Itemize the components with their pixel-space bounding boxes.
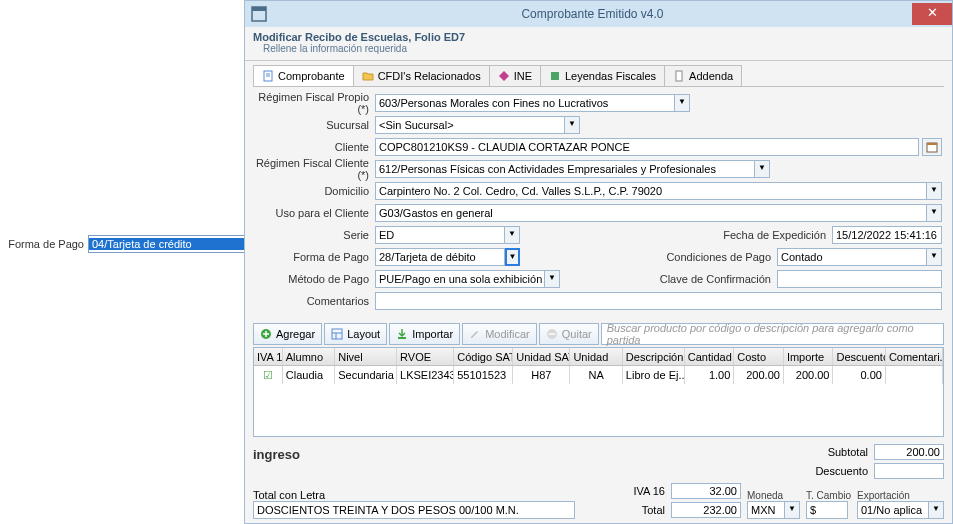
total-letra-field: DOSCIENTOS TREINTA Y DOS PESOS 00/100 M.…	[253, 501, 575, 519]
sucursal-field[interactable]: <Sin Sucursal>	[375, 116, 565, 134]
chevron-down-icon[interactable]: ▼	[505, 248, 520, 266]
domicilio-field[interactable]: Carpintero No. 2 Col. Cedro, Cd. Valles …	[375, 182, 927, 200]
chevron-down-icon[interactable]: ▼	[785, 501, 800, 519]
total-letra-label: Total con Letra	[253, 489, 575, 501]
svg-rect-10	[332, 329, 342, 339]
header-main: Modificar Recibo de Escuelas, Folio ED7	[253, 31, 944, 43]
tcambio-field[interactable]: $	[806, 501, 848, 519]
total-value: 232.00	[671, 502, 741, 518]
col-descuento[interactable]: Descuento	[833, 348, 885, 365]
tab-ine[interactable]: INE	[489, 65, 541, 86]
calendar-icon-button[interactable]	[922, 138, 942, 156]
grid-header: IVA 16 Alumno Nivel RVOE Código SAT Unid…	[254, 348, 943, 366]
export-field[interactable]: 01/No aplica	[857, 501, 929, 519]
floating-forma-pago-value: 04/Tarjeta de crédito	[89, 238, 244, 250]
descuento-label: Descuento	[784, 465, 874, 477]
tab-leyendas[interactable]: Leyendas Fiscales	[540, 65, 665, 86]
clave-conf-field[interactable]	[777, 270, 942, 288]
diamond-icon	[498, 70, 510, 82]
chevron-down-icon[interactable]: ▼	[927, 204, 942, 222]
folder-icon	[362, 70, 374, 82]
col-comentarios[interactable]: Comentari...	[886, 348, 943, 365]
col-cantidad[interactable]: Cantidad	[685, 348, 735, 365]
plus-icon	[260, 328, 272, 340]
chevron-down-icon[interactable]: ▼	[505, 226, 520, 244]
chevron-down-icon[interactable]: ▼	[927, 182, 942, 200]
ingreso-label: ingreso	[253, 443, 784, 466]
col-unidad[interactable]: Unidad	[570, 348, 622, 365]
moneda-label: Moneda	[747, 490, 800, 501]
fecha-label: Fecha de Expedición	[712, 229, 832, 241]
table-row[interactable]: ☑ Claudia Secundaria LKSEI2343 55101523 …	[254, 366, 943, 384]
col-costo[interactable]: Costo	[734, 348, 784, 365]
col-iva[interactable]: IVA 16	[254, 348, 283, 365]
coment-label: Comentarios	[255, 295, 375, 307]
book-icon	[549, 70, 561, 82]
regimen-propio-field[interactable]: 603/Personas Morales con Fines no Lucrat…	[375, 94, 675, 112]
fecha-field[interactable]: 15/12/2022 15:41:16	[832, 226, 942, 244]
document-icon	[262, 70, 274, 82]
metodo-field[interactable]: PUE/Pago en una sola exhibición	[375, 270, 545, 288]
coment-field[interactable]	[375, 292, 942, 310]
tab-addenda[interactable]: Addenda	[664, 65, 742, 86]
svg-rect-6	[676, 71, 682, 81]
product-search-input[interactable]: Buscar producto por código o descripción…	[601, 323, 944, 345]
row-checkbox[interactable]: ☑	[254, 366, 283, 384]
chevron-down-icon[interactable]: ▼	[675, 94, 690, 112]
floating-forma-pago-combo[interactable]: 04/Tarjeta de crédito ▼	[88, 235, 260, 253]
export-label: Exportación	[857, 490, 944, 501]
sucursal-label: Sucursal	[255, 119, 375, 131]
col-descripcion[interactable]: Descripción	[623, 348, 685, 365]
cond-pago-field[interactable]: Contado	[777, 248, 927, 266]
close-button[interactable]: ✕	[912, 3, 952, 25]
chevron-down-icon[interactable]: ▼	[565, 116, 580, 134]
total-label: Total	[581, 504, 671, 516]
uso-label: Uso para el Cliente	[255, 207, 375, 219]
titlebar: Comprobante Emitido v4.0 ✕	[245, 1, 952, 27]
col-unidad-sat[interactable]: Unidad SAT	[513, 348, 570, 365]
descuento-value	[874, 463, 944, 479]
col-importe[interactable]: Importe	[784, 348, 834, 365]
tcambio-label: T. Cambio	[806, 490, 851, 501]
col-rvoe[interactable]: RVOE	[397, 348, 454, 365]
cliente-field[interactable]: COPC801210KS9 - CLAUDIA CORTAZAR PONCE	[375, 138, 919, 156]
moneda-field[interactable]: MXN	[747, 501, 785, 519]
window-title: Comprobante Emitido v4.0	[273, 7, 912, 21]
uso-field[interactable]: G03/Gastos en general	[375, 204, 927, 222]
forma-pago-field[interactable]: 28/Tarjeta de débito	[375, 248, 505, 266]
modificar-button: Modificar	[462, 323, 537, 345]
clave-conf-label: Clave de Confirmación	[657, 273, 777, 285]
app-icon	[251, 6, 267, 22]
page-icon	[673, 70, 685, 82]
cond-pago-label: Condiciones de Pago	[657, 251, 777, 263]
subtotal-value: 200.00	[874, 444, 944, 460]
forma-pago-label: Forma de Pago	[255, 251, 375, 263]
chevron-down-icon[interactable]: ▼	[927, 248, 942, 266]
edit-icon	[469, 328, 481, 340]
importar-button[interactable]: Importar	[389, 323, 460, 345]
cliente-label: Cliente	[255, 141, 375, 153]
svg-rect-1	[252, 7, 266, 11]
tab-cfdi[interactable]: CFDI's Relacionados	[353, 65, 490, 86]
window: Comprobante Emitido v4.0 ✕ Modificar Rec…	[244, 0, 953, 524]
chevron-down-icon[interactable]: ▼	[929, 501, 944, 519]
remove-icon	[546, 328, 558, 340]
chevron-down-icon[interactable]: ▼	[755, 160, 770, 178]
regimen-cliente-label: Régimen Fiscal Cliente (*)	[255, 157, 375, 181]
col-codigo-sat[interactable]: Código SAT	[454, 348, 513, 365]
regimen-propio-label: Régimen Fiscal Propio (*)	[255, 91, 375, 115]
serie-field[interactable]: ED	[375, 226, 505, 244]
svg-rect-5	[551, 72, 559, 80]
tab-comprobante[interactable]: Comprobante	[253, 65, 354, 86]
layout-button[interactable]: Layout	[324, 323, 387, 345]
agregar-button[interactable]: Agregar	[253, 323, 322, 345]
serie-label: Serie	[255, 229, 375, 241]
subtotal-label: Subtotal	[784, 446, 874, 458]
header-strip: Modificar Recibo de Escuelas, Folio ED7 …	[245, 27, 952, 61]
import-icon	[396, 328, 408, 340]
col-alumno[interactable]: Alumno	[283, 348, 335, 365]
chevron-down-icon[interactable]: ▼	[545, 270, 560, 288]
col-nivel[interactable]: Nivel	[335, 348, 397, 365]
tabs: Comprobante CFDI's Relacionados INE Leye…	[253, 65, 944, 87]
regimen-cliente-field[interactable]: 612/Personas Físicas con Actividades Emp…	[375, 160, 755, 178]
